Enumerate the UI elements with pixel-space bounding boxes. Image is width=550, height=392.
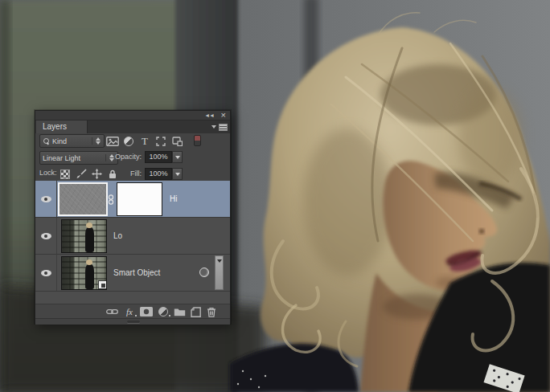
- fx-icon: fx: [126, 307, 133, 316]
- visibility-cell[interactable]: [35, 255, 57, 291]
- smart-filter-icon[interactable]: [199, 267, 209, 277]
- filter-pixel-layers-button[interactable]: [105, 135, 120, 148]
- mask-icon: [140, 307, 153, 316]
- panel-resize-grip[interactable]: [127, 321, 140, 323]
- opacity-dropdown-button[interactable]: [172, 151, 183, 163]
- lock-row: Lock: Fil: [35, 167, 230, 181]
- smart-object-badge-icon: [98, 280, 107, 289]
- close-icon[interactable]: ×: [221, 111, 226, 120]
- opacity-label[interactable]: Opacity:: [114, 150, 142, 164]
- filter-type-layers-button[interactable]: T: [138, 135, 152, 148]
- fill-dropdown-button[interactable]: [172, 168, 183, 180]
- visibility-eye-icon[interactable]: [41, 196, 51, 202]
- layer-thumbnail-lo[interactable]: [61, 219, 107, 253]
- panel-titlebar[interactable]: ◄◄ ×: [35, 111, 230, 120]
- visibility-eye-icon[interactable]: [41, 270, 51, 276]
- layer-mask-thumbnail[interactable]: [117, 182, 162, 216]
- filter-smart-objects-button[interactable]: [170, 135, 184, 148]
- visibility-eye-icon[interactable]: [41, 233, 51, 239]
- type-icon: T: [142, 136, 148, 147]
- new-layer-icon: [191, 307, 201, 317]
- photoshop-canvas: ◄◄ × Layers Kind: [0, 0, 550, 392]
- blend-mode-value: Linear Light: [40, 154, 105, 162]
- add-layer-mask-button[interactable]: [139, 304, 154, 319]
- panel-menu-button[interactable]: [211, 123, 228, 131]
- panel-toolbar: fx: [35, 304, 230, 318]
- filter-kind-dropdown[interactable]: Kind: [39, 134, 105, 148]
- adjustment-menu-dot: [169, 315, 170, 316]
- filter-shape-layers-button[interactable]: [154, 135, 168, 148]
- checkerboard-icon: [60, 169, 70, 179]
- smart-filter-disclosure[interactable]: [215, 255, 224, 290]
- folder-icon: [174, 307, 186, 316]
- layer-row-smart-object[interactable]: Smart Object: [35, 255, 230, 292]
- layer-row-hi[interactable]: Hi: [35, 181, 230, 218]
- chevron-down-icon: [217, 259, 222, 263]
- thumbnail-figure: [85, 263, 94, 289]
- opacity-value-field[interactable]: 100%: [145, 151, 172, 163]
- adjustment-icon: [158, 307, 168, 316]
- chevron-down-icon: [175, 156, 180, 159]
- lock-transparency-button[interactable]: [59, 168, 72, 180]
- fill-label[interactable]: Fill:: [114, 167, 142, 181]
- panel-bottom-edge: [35, 318, 230, 325]
- layer-thumbnail-smart-object[interactable]: [61, 256, 107, 290]
- chevron-down-icon: [175, 173, 180, 176]
- adjustment-icon: [124, 137, 133, 146]
- combo-arrows-icon: [105, 154, 114, 161]
- trash-icon: [207, 307, 216, 317]
- filter-kind-label: Kind: [50, 137, 92, 145]
- filter-toggle-switch[interactable]: [194, 135, 201, 146]
- brush-icon: [76, 169, 87, 179]
- lock-position-button[interactable]: [90, 168, 103, 180]
- delete-layer-button[interactable]: [204, 304, 219, 319]
- menu-lines-icon: [219, 124, 228, 131]
- collapse-to-icons-icon[interactable]: ◄◄: [204, 111, 214, 120]
- lock-pixels-button[interactable]: [75, 168, 88, 180]
- combo-arrows-icon: [92, 137, 101, 145]
- visibility-cell[interactable]: [35, 181, 57, 217]
- mask-link-icon[interactable]: [108, 194, 115, 205]
- link-layers-button[interactable]: [105, 304, 119, 319]
- layer-styles-button[interactable]: fx: [122, 304, 137, 319]
- blend-mode-dropdown[interactable]: Linear Light: [39, 151, 118, 165]
- visibility-cell[interactable]: [35, 218, 57, 254]
- thumbnail-figure-head: [86, 223, 92, 228]
- layers-list: Hi Lo: [35, 181, 230, 304]
- layer-name[interactable]: Smart Object: [113, 255, 160, 292]
- tab-layers[interactable]: Layers: [36, 120, 88, 133]
- image-icon: [106, 137, 119, 146]
- filter-adjustment-layers-button[interactable]: [121, 135, 136, 148]
- panel-tab-bar: Layers: [35, 120, 230, 133]
- layer-name[interactable]: Lo: [113, 218, 122, 255]
- layers-panel: ◄◄ × Layers Kind: [35, 110, 231, 324]
- shape-icon: [156, 137, 166, 146]
- smart-object-icon: [172, 137, 183, 146]
- new-group-button[interactable]: [172, 304, 187, 319]
- fx-menu-dot: [135, 315, 137, 316]
- thumbnail-figure-head: [86, 259, 92, 265]
- new-layer-button[interactable]: [188, 304, 203, 319]
- move-icon: [92, 169, 102, 179]
- new-adjustment-layer-button[interactable]: [156, 304, 170, 319]
- thumbnail-figure: [85, 227, 94, 252]
- layer-thumbnail-hi[interactable]: [58, 182, 108, 216]
- chevron-down-icon: [211, 125, 216, 129]
- lock-label: Lock:: [39, 166, 57, 180]
- layer-row-lo[interactable]: Lo: [35, 218, 230, 255]
- link-icon: [106, 308, 118, 316]
- layer-name[interactable]: Hi: [170, 181, 177, 218]
- layer-filter-row: Kind T: [35, 133, 230, 150]
- search-icon: [43, 138, 50, 145]
- fill-value-field[interactable]: 100%: [145, 168, 172, 180]
- blend-row: Linear Light Opacity: 100%: [35, 150, 230, 167]
